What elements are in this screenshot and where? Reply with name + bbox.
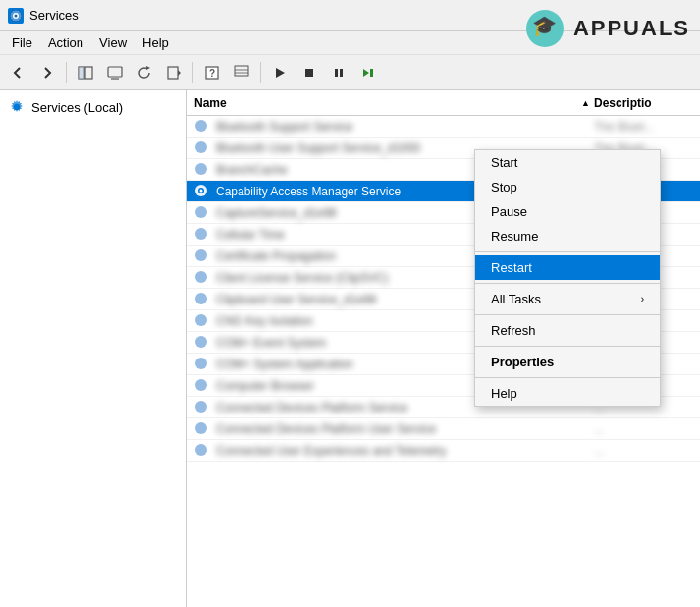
service-icon	[194, 227, 210, 243]
pause-button[interactable]	[325, 59, 352, 86]
help-toolbar-button[interactable]: ?	[198, 59, 226, 86]
resume-button[interactable]	[354, 59, 382, 86]
left-panel-text: Services (Local)	[31, 100, 123, 115]
svg-rect-6	[108, 67, 122, 77]
svg-rect-17	[335, 69, 338, 77]
service-desc: ...	[594, 422, 692, 436]
svg-point-36	[195, 379, 207, 391]
service-icon	[194, 292, 210, 307]
ctx-arrow-icon: ›	[641, 294, 644, 304]
svg-point-2	[15, 14, 18, 17]
svg-point-29	[195, 228, 207, 240]
svg-point-32	[195, 293, 207, 304]
services-local-icon	[8, 98, 26, 116]
sort-arrow-icon: ▲	[581, 98, 590, 108]
toolbar-sep-2	[192, 62, 193, 83]
service-icon	[194, 270, 210, 286]
col-name-header: Name ▲	[194, 92, 594, 114]
service-icon	[194, 378, 210, 394]
export-button[interactable]	[160, 59, 188, 86]
ctx-separator-5	[475, 377, 660, 378]
menu-action[interactable]: Action	[40, 33, 91, 52]
list-item[interactable]: Connected User Experiences and Telemetry…	[187, 440, 700, 462]
title-bar-icon	[8, 8, 24, 24]
left-panel: Services (Local)	[0, 90, 187, 607]
service-icon	[194, 119, 210, 135]
service-name: Bluetooth Support Service	[216, 120, 594, 134]
service-icon	[194, 443, 210, 459]
ctx-separator-2	[475, 283, 660, 284]
menu-help[interactable]: Help	[135, 33, 177, 52]
svg-rect-9	[168, 67, 178, 79]
console-view-button[interactable]	[72, 59, 99, 86]
ctx-start[interactable]: Start	[475, 150, 660, 175]
appuals-mascot-icon: 🎓	[526, 10, 564, 47]
stop-button[interactable]	[296, 59, 323, 86]
ctx-alltasks[interactable]: All Tasks ›	[475, 287, 660, 311]
svg-marker-15	[276, 68, 285, 78]
svg-point-38	[195, 422, 207, 434]
refresh-toolbar-button[interactable]	[131, 59, 158, 86]
service-icon	[194, 248, 210, 264]
service-icon	[194, 184, 210, 199]
svg-point-24	[195, 163, 207, 175]
ctx-refresh[interactable]: Refresh	[475, 318, 660, 343]
svg-point-27	[200, 189, 203, 192]
svg-rect-5	[79, 67, 84, 79]
svg-point-33	[195, 314, 207, 326]
service-icon	[194, 205, 210, 221]
menu-view[interactable]: View	[91, 33, 135, 52]
svg-marker-8	[146, 66, 150, 70]
back-button[interactable]	[4, 59, 31, 86]
grid-view-button[interactable]	[228, 59, 255, 86]
ctx-separator-1	[475, 251, 660, 252]
appuals-text: APPUALS	[573, 16, 690, 40]
play-button[interactable]	[266, 59, 294, 86]
svg-point-31	[195, 271, 207, 283]
svg-point-37	[195, 401, 207, 413]
toolbar-sep-3	[260, 62, 261, 83]
service-icon	[194, 140, 210, 156]
service-name: Connected Devices Platform User Service	[216, 422, 594, 436]
ctx-properties[interactable]: Properties	[475, 350, 660, 374]
svg-point-35	[195, 358, 207, 369]
forward-button[interactable]	[33, 59, 61, 86]
svg-marker-19	[363, 69, 369, 77]
services-header: Name ▲ Descriptio	[187, 90, 700, 116]
ctx-restart[interactable]: Restart	[475, 255, 660, 280]
menu-file[interactable]: File	[4, 33, 40, 52]
ctx-separator-3	[475, 314, 660, 315]
list-item[interactable]: Connected Devices Platform User Service …	[187, 418, 700, 440]
service-icon	[194, 162, 210, 178]
svg-point-22	[195, 120, 207, 132]
appuals-logo: 🎓 APPUALS	[526, 10, 690, 47]
console-button[interactable]	[101, 59, 129, 86]
ctx-stop[interactable]: Stop	[475, 175, 660, 199]
svg-point-28	[195, 206, 207, 218]
list-item[interactable]: Bluetooth Support Service The Bluet...	[187, 116, 700, 138]
ctx-help[interactable]: Help	[475, 381, 660, 406]
svg-point-39	[195, 444, 207, 456]
ctx-separator-4	[475, 346, 660, 347]
svg-rect-12	[235, 66, 248, 76]
service-icon	[194, 421, 210, 437]
svg-text:?: ?	[209, 68, 215, 79]
service-desc: ...	[594, 444, 692, 458]
service-name: Connected User Experiences and Telemetry	[216, 444, 594, 458]
left-panel-header: Services (Local)	[0, 94, 186, 120]
service-desc: The Bluet...	[594, 120, 692, 134]
ctx-resume[interactable]: Resume	[475, 224, 660, 248]
svg-rect-4	[85, 67, 92, 79]
context-menu: Start Stop Pause Resume Restart All Task…	[474, 149, 661, 407]
svg-point-30	[195, 249, 207, 261]
svg-rect-16	[305, 69, 313, 77]
title-bar: Services 🎓 APPUALS	[0, 0, 700, 31]
service-icon	[194, 357, 210, 372]
main-content: Services (Local) Name ▲ Descriptio B	[0, 90, 700, 607]
svg-rect-20	[370, 69, 373, 77]
col-desc-header: Descriptio	[594, 92, 692, 114]
service-icon	[194, 335, 210, 351]
toolbar-sep-1	[66, 62, 67, 83]
ctx-pause[interactable]: Pause	[475, 199, 660, 224]
services-panel: Name ▲ Descriptio Bluetooth Support Serv…	[187, 90, 700, 607]
